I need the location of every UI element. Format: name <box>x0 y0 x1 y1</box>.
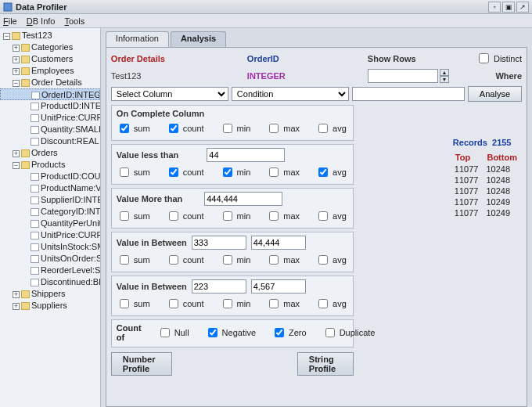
sidebar-tree: −Test123 +Categories +Customers +Employe… <box>0 28 101 407</box>
tree-p-unitsinstock[interactable]: UnitsInStock:SMALL <box>0 241 100 253</box>
tree-suppliers[interactable]: +Suppliers <box>0 300 100 312</box>
tree-orders[interactable]: +Orders <box>0 147 100 159</box>
chk-avg-lt[interactable]: avg <box>315 165 347 179</box>
tree-p-qtyperunit[interactable]: QuantityPerUnit:VAR <box>0 218 100 229</box>
between1-a-input[interactable] <box>192 236 246 250</box>
menu-dbinfo[interactable]: DB Info <box>27 16 56 26</box>
tree-p-discontinued[interactable]: Discontinued:BIT <box>0 276 100 288</box>
group-lessthan: Value less than sum count min max avg <box>111 144 354 185</box>
chk-max-b1[interactable]: max <box>266 253 300 267</box>
tree-employees[interactable]: +Employees <box>0 65 100 77</box>
chk-sum-b2[interactable]: sum <box>117 297 150 311</box>
chk-max-mt[interactable]: max <box>266 209 300 223</box>
tree-p-supplierid[interactable]: SupplierID:INTEGE <box>0 194 100 206</box>
tree-p-categoryid[interactable]: CategoryID:INTEGE <box>0 206 100 218</box>
tree-categories[interactable]: +Categories <box>0 41 100 53</box>
expand-icon[interactable]: + <box>13 150 20 157</box>
tree-products[interactable]: −Products <box>0 159 100 171</box>
expand-icon[interactable]: + <box>13 303 20 310</box>
between2-a-input[interactable] <box>192 279 246 294</box>
number-profile-button[interactable]: Number Profile <box>111 352 172 376</box>
collapse-icon[interactable]: − <box>13 80 20 87</box>
chk-sum-lt[interactable]: sum <box>117 165 150 179</box>
distinct-checkbox[interactable]: Distinct <box>476 51 522 66</box>
condition-dropdown[interactable]: Condition <box>232 87 349 101</box>
where-input[interactable] <box>352 87 465 101</box>
expand-icon[interactable]: + <box>13 68 20 75</box>
column-icon <box>31 92 40 99</box>
string-profile-button[interactable]: String Profile <box>297 352 354 376</box>
tree-orderdetails[interactable]: −Order Details <box>0 77 100 88</box>
between1-b-input[interactable] <box>251 236 306 250</box>
chk-max-lt[interactable]: max <box>266 165 300 179</box>
window-max-button[interactable]: ▣ <box>502 2 515 13</box>
chk-max[interactable]: max <box>266 121 300 135</box>
column-icon <box>31 279 39 286</box>
chk-count-lt[interactable]: count <box>166 165 204 179</box>
menu-file[interactable]: File <box>3 16 17 26</box>
chk-sum-b1[interactable]: sum <box>117 253 150 267</box>
chk-min-b2[interactable]: min <box>220 297 251 311</box>
chk-duplicate[interactable]: Duplicate <box>322 326 376 340</box>
chk-max-b2[interactable]: max <box>266 297 300 311</box>
chk-count[interactable]: count <box>166 121 204 135</box>
tree-discount[interactable]: Discount:REAL <box>0 135 100 147</box>
chk-count-mt[interactable]: count <box>166 209 204 223</box>
tree-quantity[interactable]: Quantity:SMALLINT <box>0 124 100 135</box>
spin-up-icon[interactable]: ▲ <box>440 69 449 76</box>
collapse-icon[interactable]: − <box>13 162 20 169</box>
column-icon <box>31 103 39 110</box>
showrows-input[interactable] <box>368 69 438 83</box>
tab-bar: Information Analysis <box>106 31 527 47</box>
expand-icon[interactable]: + <box>13 56 20 63</box>
chk-sum[interactable]: sum <box>117 121 150 135</box>
records-row: 1107710249 <box>455 197 527 207</box>
chk-avg-mt[interactable]: avg <box>315 209 347 223</box>
tree-p-productid[interactable]: ProductID:COUNTE <box>0 171 100 182</box>
chk-avg-b2[interactable]: avg <box>315 297 347 311</box>
tree-orderid[interactable]: OrderID:INTEGER <box>0 88 100 100</box>
window-min-button[interactable]: ▫ <box>488 2 501 13</box>
tree-p-productname[interactable]: ProductName:VARC <box>0 182 100 194</box>
chk-min-lt[interactable]: min <box>220 165 251 179</box>
chk-min-mt[interactable]: min <box>220 209 251 223</box>
tree-p-reorderlevel[interactable]: ReorderLevel:SMAL <box>0 265 100 276</box>
expand-icon[interactable]: + <box>13 291 20 298</box>
menu-tools[interactable]: Tools <box>64 16 84 26</box>
folder-icon <box>21 79 30 87</box>
group-complete: On Complete Column sum count min max avg <box>111 105 354 141</box>
chk-min-b1[interactable]: min <box>220 253 251 267</box>
morethan-input[interactable] <box>204 192 282 206</box>
chk-min[interactable]: min <box>220 121 251 135</box>
tree-unitprice[interactable]: UnitPrice:CURREN <box>0 112 100 124</box>
between2-b-input[interactable] <box>251 279 306 294</box>
tree-productid[interactable]: ProductID:INTEGE <box>0 100 100 112</box>
folder-icon <box>21 67 30 75</box>
records-row: 1107710248 <box>455 164 527 174</box>
chk-avg[interactable]: avg <box>315 121 347 135</box>
label-where: Where <box>495 71 522 81</box>
analyse-button[interactable]: Analyse <box>468 86 522 102</box>
chk-sum-mt[interactable]: sum <box>117 209 150 223</box>
chk-zero[interactable]: Zero <box>271 326 307 340</box>
chk-null[interactable]: Null <box>157 326 189 340</box>
chk-avg-b1[interactable]: avg <box>315 253 347 267</box>
records-panel: Records 2155 TopBottom 1107710248 110771… <box>453 138 527 219</box>
tree-shippers[interactable]: +Shippers <box>0 288 100 300</box>
lessthan-input[interactable] <box>207 148 285 162</box>
spin-down-icon[interactable]: ▼ <box>440 76 449 83</box>
expand-icon[interactable]: + <box>13 45 20 52</box>
tab-information[interactable]: Information <box>106 31 169 47</box>
chk-count-b1[interactable]: count <box>166 253 204 267</box>
tab-analysis[interactable]: Analysis <box>171 31 226 47</box>
chk-negative[interactable]: Negative <box>205 326 256 340</box>
chk-count-b2[interactable]: count <box>166 297 204 311</box>
showrows-spinner[interactable]: ▲▼ <box>440 69 449 83</box>
select-column-dropdown[interactable]: Select Column <box>111 87 228 101</box>
tree-p-unitsonorder[interactable]: UnitsOnOrder:SMAL <box>0 253 100 265</box>
tree-root[interactable]: −Test123 <box>0 30 100 41</box>
tree-p-unitprice[interactable]: UnitPrice:CURREN <box>0 229 100 241</box>
window-ext-button[interactable]: ↗ <box>516 2 529 13</box>
tree-customers[interactable]: +Customers <box>0 53 100 65</box>
collapse-icon[interactable]: − <box>3 33 10 40</box>
